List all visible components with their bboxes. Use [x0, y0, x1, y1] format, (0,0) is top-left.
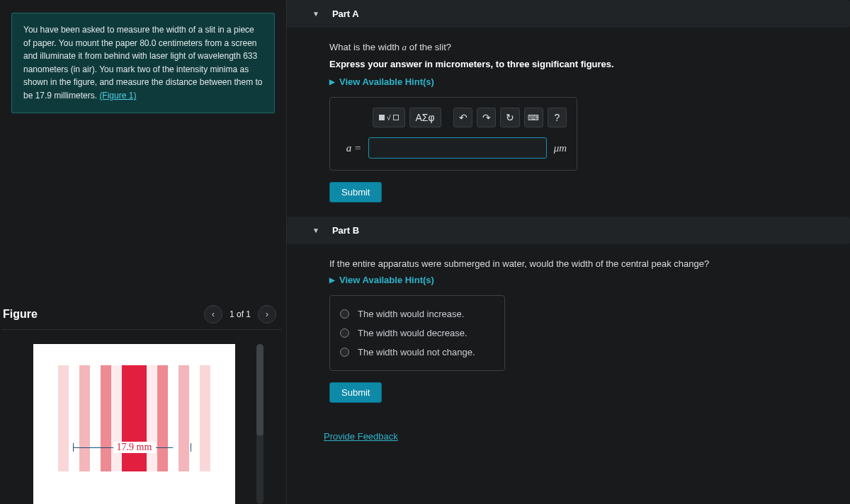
part-a-body: What is the width a of the slit? Express…: [287, 28, 850, 217]
dimension-label: 17.9 mm: [113, 442, 156, 453]
right-panel: ▼ Part A What is the width a of the slit…: [287, 0, 850, 504]
hints-label: View Available Hint(s): [339, 76, 434, 87]
option-decrease[interactable]: The width would decrease.: [340, 323, 494, 343]
figure-next-button[interactable]: ›: [258, 305, 276, 323]
option-no-change[interactable]: The width would not change.: [340, 343, 494, 362]
redo-button[interactable]: ↷: [477, 108, 496, 127]
caret-right-icon: ▶: [329, 78, 335, 86]
diffraction-stripes: [47, 365, 221, 471]
figure-body: 17.9 mm: [1, 330, 282, 504]
part-a-instruction: Express your answer in micrometers, to t…: [329, 59, 850, 69]
option-increase[interactable]: The width would increase.: [340, 304, 494, 323]
answer-input-row: a = μm: [340, 137, 567, 159]
caret-right-icon: ▶: [329, 276, 335, 284]
answer-input[interactable]: [368, 137, 547, 159]
part-a-title: Part A: [332, 8, 359, 19]
question-suffix: of the slit?: [407, 42, 451, 52]
part-b-header[interactable]: ▼ Part B: [287, 217, 850, 244]
reset-button[interactable]: ↻: [500, 108, 519, 127]
figure-link[interactable]: (Figure 1): [99, 91, 136, 101]
multiple-choice-box: The width would increase. The width woul…: [329, 295, 505, 371]
collapse-icon: ▼: [312, 227, 319, 234]
part-b-body: If the entire apparatus were submerged i…: [287, 244, 850, 417]
diffraction-figure: 17.9 mm: [33, 344, 235, 504]
figure-section: Figure ‹ 1 of 1 ›: [0, 299, 286, 504]
figure-scrollbar[interactable]: [256, 344, 264, 504]
radio-icon: [340, 309, 349, 319]
part-b-submit-button[interactable]: Submit: [329, 382, 382, 403]
undo-button[interactable]: ↶: [453, 108, 472, 127]
provide-feedback-link[interactable]: Provide Feedback: [324, 431, 398, 442]
template-button[interactable]: √: [373, 108, 405, 127]
help-button[interactable]: ?: [548, 108, 567, 127]
part-b-title: Part B: [332, 225, 359, 236]
collapse-icon: ▼: [312, 10, 319, 18]
figure-scrollbar-thumb[interactable]: [256, 344, 264, 436]
part-b-hints-toggle[interactable]: ▶ View Available Hint(s): [329, 275, 850, 285]
part-a-header[interactable]: ▼ Part A: [287, 0, 850, 28]
part-a-hints-toggle[interactable]: ▶ View Available Hint(s): [329, 76, 850, 87]
answer-box: √ ΑΣφ ↶ ↷ ↻ ⌨ ? a = μm: [329, 97, 577, 171]
figure-prev-button[interactable]: ‹: [204, 305, 222, 323]
part-a-question: What is the width a of the slit?: [329, 42, 850, 53]
figure-count: 1 of 1: [230, 309, 251, 319]
dimension-tick-right: [191, 443, 191, 452]
variable-label: a =: [340, 142, 361, 154]
radio-icon: [340, 328, 349, 338]
left-panel: You have been asked to measure the width…: [0, 0, 287, 504]
option-label: The width would decrease.: [358, 328, 468, 338]
part-a-submit-button[interactable]: Submit: [329, 182, 382, 202]
keyboard-button[interactable]: ⌨: [524, 108, 543, 127]
option-label: The width would not change.: [358, 347, 475, 357]
radio-icon: [340, 348, 349, 357]
part-b-question: If the entire apparatus were submerged i…: [329, 258, 850, 269]
figure-header: Figure ‹ 1 of 1 ›: [1, 299, 282, 330]
hints-label: View Available Hint(s): [339, 275, 434, 285]
question-prefix: What is the width: [329, 42, 402, 52]
unit-label: μm: [554, 142, 567, 154]
greek-button[interactable]: ΑΣφ: [409, 108, 441, 127]
problem-text: You have been asked to measure the width…: [23, 25, 263, 101]
option-label: The width would increase.: [358, 309, 464, 319]
equation-toolbar: √ ΑΣφ ↶ ↷ ↻ ⌨ ?: [373, 108, 567, 127]
figure-title: Figure: [3, 308, 204, 321]
problem-statement: You have been asked to measure the width…: [11, 13, 275, 113]
